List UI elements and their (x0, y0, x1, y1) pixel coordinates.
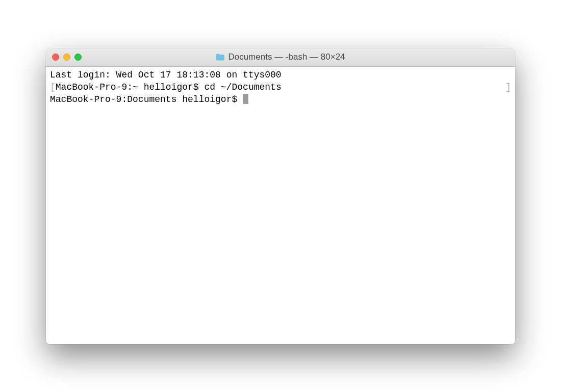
terminal-line: Last login: Wed Oct 17 18:13:08 on ttys0… (50, 69, 511, 81)
cursor (243, 94, 248, 104)
prompt: MacBook-Pro-9:Documents helloigor$ (50, 94, 243, 104)
minimize-button[interactable] (63, 54, 70, 61)
maximize-button[interactable] (74, 54, 82, 61)
folder-icon (216, 54, 225, 61)
command-text: cd ~/Documents (204, 82, 281, 92)
window-title-container: Documents — -bash — 80×24 (46, 52, 515, 62)
line-text: Last login: Wed Oct 17 18:13:08 on ttys0… (50, 70, 282, 80)
close-button[interactable] (52, 54, 59, 61)
bracket-right: ] (505, 81, 511, 93)
traffic-lights (52, 54, 82, 61)
terminal-body[interactable]: Last login: Wed Oct 17 18:13:08 on ttys0… (46, 67, 515, 344)
bracket-left: [ (50, 82, 56, 92)
prompt: MacBook-Pro-9:~ helloigor$ (56, 82, 205, 92)
terminal-window: Documents — -bash — 80×24 Last login: We… (46, 48, 515, 344)
window-title: Documents — -bash — 80×24 (228, 52, 345, 62)
window-titlebar[interactable]: Documents — -bash — 80×24 (46, 48, 515, 67)
terminal-line: [MacBook-Pro-9:~ helloigor$ cd ~/Documen… (50, 81, 511, 93)
terminal-line: MacBook-Pro-9:Documents helloigor$ (50, 93, 511, 106)
